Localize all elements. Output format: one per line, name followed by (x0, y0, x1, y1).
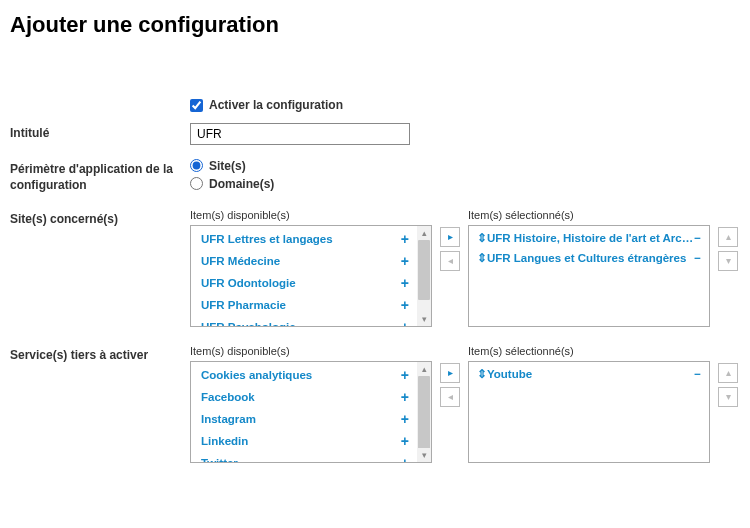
radio-site-wrap[interactable]: Site(s) (190, 159, 740, 173)
plus-icon[interactable]: + (395, 455, 409, 462)
list-item[interactable]: UFR Odontologie+ (191, 272, 417, 294)
list-item[interactable]: Facebook+ (191, 386, 417, 408)
scroll-up-icon[interactable]: ▴ (417, 362, 431, 376)
intitule-input[interactable] (190, 123, 410, 145)
move-down-button[interactable]: ▾ (718, 251, 738, 271)
plus-icon[interactable]: + (395, 367, 409, 383)
list-item[interactable]: Twitter+ (191, 452, 417, 462)
scrollbar[interactable]: ▴ ▾ (417, 362, 431, 462)
sites-available-box: UFR Lettres et langages+ UFR Médecine+ U… (190, 225, 432, 327)
move-left-button[interactable]: ◂ (440, 251, 460, 271)
list-item[interactable]: UFR Pharmacie+ (191, 294, 417, 316)
scroll-down-icon[interactable]: ▾ (417, 448, 431, 462)
sites-label: Site(s) concerné(s) (10, 209, 190, 228)
services-available-box: Cookies analytiques+ Facebook+ Instagram… (190, 361, 432, 463)
plus-icon[interactable]: + (395, 433, 409, 449)
list-item[interactable]: Cookies analytiques+ (191, 364, 417, 386)
radio-site-label: Site(s) (209, 159, 246, 173)
move-right-button[interactable]: ▸ (440, 227, 460, 247)
drag-icon[interactable]: ⇕ (477, 251, 487, 265)
minus-icon[interactable]: − (694, 368, 701, 380)
list-item[interactable]: UFR Psychologie+ (191, 316, 417, 326)
drag-icon[interactable]: ⇕ (477, 367, 487, 381)
list-item[interactable]: ⇕Youtube− (469, 364, 709, 384)
services-available-header: Item(s) disponible(s) (190, 345, 432, 357)
activate-checkbox-wrap[interactable]: Activer la configuration (190, 98, 343, 112)
list-item[interactable]: UFR Lettres et langages+ (191, 228, 417, 250)
move-down-button[interactable]: ▾ (718, 387, 738, 407)
move-up-button[interactable]: ▴ (718, 363, 738, 383)
plus-icon[interactable]: + (395, 253, 409, 269)
plus-icon[interactable]: + (395, 231, 409, 247)
radio-domain[interactable] (190, 177, 203, 190)
services-label: Service(s) tiers à activer (10, 345, 190, 364)
scope-label: Périmètre d'application de la configurat… (10, 159, 190, 195)
move-up-button[interactable]: ▴ (718, 227, 738, 247)
scroll-thumb[interactable] (418, 376, 430, 450)
scroll-thumb[interactable] (418, 240, 430, 300)
radio-domain-label: Domaine(s) (209, 177, 274, 191)
minus-icon[interactable]: − (694, 232, 701, 244)
plus-icon[interactable]: + (395, 297, 409, 313)
scroll-up-icon[interactable]: ▴ (417, 226, 431, 240)
services-selected-box: ⇕Youtube− (468, 361, 710, 463)
list-item[interactable]: ⇕UFR Histoire, Histoire de l'art et Arch… (469, 228, 709, 248)
activate-label: Activer la configuration (209, 98, 343, 112)
move-left-button[interactable]: ◂ (440, 387, 460, 407)
activate-checkbox[interactable] (190, 99, 203, 112)
intitule-label: Intitulé (10, 123, 190, 142)
sites-available-header: Item(s) disponible(s) (190, 209, 432, 221)
minus-icon[interactable]: − (694, 252, 701, 264)
plus-icon[interactable]: + (395, 319, 409, 326)
drag-icon[interactable]: ⇕ (477, 231, 487, 245)
scroll-down-icon[interactable]: ▾ (417, 312, 431, 326)
scrollbar[interactable]: ▴ ▾ (417, 226, 431, 326)
list-item[interactable]: UFR Médecine+ (191, 250, 417, 272)
plus-icon[interactable]: + (395, 275, 409, 291)
sites-selected-box: ⇕UFR Histoire, Histoire de l'art et Arch… (468, 225, 710, 327)
list-item[interactable]: ⇕UFR Langues et Cultures étrangères− (469, 248, 709, 268)
list-item[interactable]: Instagram+ (191, 408, 417, 430)
page-title: Ajouter une configuration (10, 12, 740, 38)
plus-icon[interactable]: + (395, 389, 409, 405)
services-selected-header: Item(s) sélectionné(s) (468, 345, 710, 357)
list-item[interactable]: Linkedin+ (191, 430, 417, 452)
sites-selected-header: Item(s) sélectionné(s) (468, 209, 710, 221)
radio-domain-wrap[interactable]: Domaine(s) (190, 177, 740, 191)
plus-icon[interactable]: + (395, 411, 409, 427)
move-right-button[interactable]: ▸ (440, 363, 460, 383)
radio-site[interactable] (190, 159, 203, 172)
